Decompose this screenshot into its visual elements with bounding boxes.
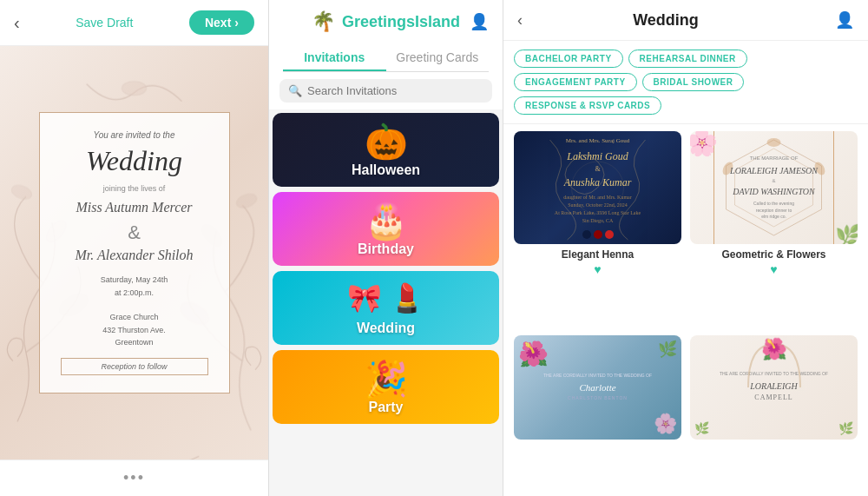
card-item-elegant-henna[interactable]: Mrs. and Mrs. Suraj Goud Lakshmi Goud & … [514, 131, 681, 327]
card-image-elegant-henna: Mrs. and Mrs. Suraj Goud Lakshmi Goud & … [514, 131, 681, 244]
card-image-geometric: THE MARRIAGE OF LORALEIGH JAMESON & DAVI… [690, 131, 858, 244]
card-thumb-blue-floral: THE ARE CORDIALLY INVITED TO THE WEDDING… [514, 335, 681, 440]
card-date: Saturday, May 24th at 2:00p.m. Grace Chu… [61, 274, 208, 348]
card-image-arch: THE ARE CORDIALLY INVITED TO THE WEDDING… [690, 335, 858, 440]
halloween-label: Halloween [352, 162, 420, 178]
svg-point-2 [10, 183, 33, 202]
right-back-button[interactable]: ‹ [517, 11, 523, 30]
next-button[interactable]: Next › [189, 10, 254, 35]
filter-rehearsal-dinner[interactable]: REHEARSAL DINNER [628, 50, 747, 68]
party-label: Party [368, 400, 403, 415]
card-title: Wedding [61, 145, 208, 177]
svg-point-6 [122, 82, 147, 96]
right-header: ‹ Wedding 👤 [503, 0, 868, 41]
tab-greeting-cards[interactable]: Greeting Cards [386, 43, 490, 71]
birthday-label: Birthday [358, 241, 414, 257]
halloween-emoji: 🎃 [365, 122, 408, 162]
card-name2: Mr. Alexander Shiloh [61, 246, 208, 265]
search-icon: 🔍 [288, 84, 302, 97]
card-item-arch[interactable]: THE ARE CORDIALLY INVITED TO THE WEDDING… [690, 335, 858, 490]
category-party[interactable]: 🎉 Party [273, 350, 499, 424]
card-name-elegant-henna: Elegant Henna [562, 248, 634, 261]
left-header: ‹ Save Draft Next › [0, 0, 268, 46]
card-reception: Reception to follow [61, 358, 208, 375]
birthday-emoji: 🎂 [365, 201, 408, 241]
svg-point-5 [234, 192, 258, 210]
back-button[interactable]: ‹ [14, 13, 20, 33]
right-title: Wedding [533, 11, 799, 30]
more-options-button[interactable]: ••• [123, 469, 145, 487]
card-invited-text: You are invited to the [61, 130, 208, 140]
party-emoji: 🎉 [365, 359, 408, 400]
category-birthday[interactable]: 🎂 Birthday [273, 192, 499, 266]
card-item-geometric[interactable]: THE MARRIAGE OF LORALEIGH JAMESON & DAVI… [690, 131, 858, 327]
save-draft-button[interactable]: Save Draft [76, 16, 133, 30]
henna-overlay [514, 131, 681, 244]
left-panel: ‹ Save Draft Next › [0, 0, 269, 496]
cards-grid: Mrs. and Mrs. Suraj Goud Lakshmi Goud & … [503, 124, 868, 496]
card-thumb-elegant-henna: Mrs. and Mrs. Suraj Goud Lakshmi Goud & … [514, 131, 681, 244]
right-profile-icon[interactable]: 👤 [835, 10, 854, 30]
card-thumb-arch: THE ARE CORDIALLY INVITED TO THE WEDDING… [690, 335, 858, 440]
card-name-geometric: Geometric & Flowers [721, 248, 825, 261]
filter-rsvp-cards[interactable]: RESPONSE & RSVP CARDS [514, 96, 661, 115]
category-halloween[interactable]: 🎃 Halloween [273, 113, 499, 187]
tab-invitations[interactable]: Invitations [283, 43, 386, 71]
brand-row: 🌴 GreetingsIsland 👤 [283, 10, 489, 33]
card-heart-elegant-henna[interactable]: ♥ [594, 262, 601, 276]
profile-icon-middle[interactable]: 👤 [470, 12, 489, 31]
left-footer: ••• [0, 460, 268, 496]
card-item-blue-floral[interactable]: THE ARE CORDIALLY INVITED TO THE WEDDING… [514, 335, 681, 490]
search-input[interactable] [307, 84, 483, 97]
right-panel: ‹ Wedding 👤 BACHELOR PARTY REHEARSAL DIN… [503, 0, 868, 496]
filter-tags: BACHELOR PARTY REHEARSAL DINNER ENGAGEME… [503, 41, 868, 124]
search-inner: 🔍 [279, 79, 492, 103]
middle-panel: 🌴 GreetingsIsland 👤 Invitations Greeting… [269, 0, 503, 496]
card-joining-text: joining the lives of [61, 184, 208, 193]
card-content: You are invited to the Wedding joining t… [39, 112, 230, 393]
card-image-blue-floral: THE ARE CORDIALLY INVITED TO THE WEDDING… [514, 335, 681, 440]
middle-header: 🌴 GreetingsIsland 👤 Invitations Greeting… [269, 0, 503, 72]
brand-name: GreetingsIsland [342, 13, 460, 31]
invitation-preview: You are invited to the Wedding joining t… [0, 46, 268, 460]
card-ampersand: & [61, 222, 208, 244]
category-wedding[interactable]: 🎀 💄 Wedding [273, 271, 499, 345]
filter-engagement-party[interactable]: ENGAGEMENT PARTY [514, 73, 637, 91]
card-name1: Miss Autumn Mercer [61, 198, 208, 217]
card-heart-geometric[interactable]: ♥ [770, 262, 777, 276]
categories-list: 🎃 Halloween 🎂 Birthday 🎀 💄 Wedding 🎉 Par… [269, 109, 503, 496]
filter-bachelor-party[interactable]: BACHELOR PARTY [514, 50, 623, 68]
tabs-row: Invitations Greeting Cards [283, 43, 489, 72]
filter-bridal-shower[interactable]: BRIDAL SHOWER [642, 73, 745, 91]
brand-icon: 🌴 [312, 10, 335, 33]
card-thumb-geometric: THE MARRIAGE OF LORALEIGH JAMESON & DAVI… [690, 131, 858, 244]
wedding-emoji: 🎀 💄 [347, 281, 424, 314]
search-bar: 🔍 [269, 72, 503, 109]
wedding-label: Wedding [357, 321, 415, 336]
